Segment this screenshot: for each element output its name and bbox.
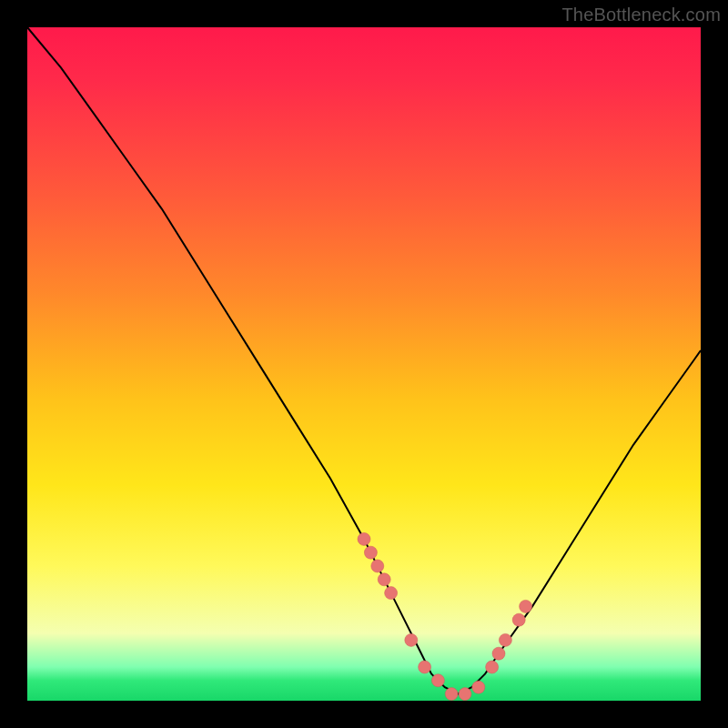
sample-dot: [459, 688, 471, 701]
sample-dot: [405, 633, 418, 646]
sample-dot: [378, 573, 390, 586]
sample-dot: [512, 613, 525, 626]
chart-frame: TheBottleneck.com: [0, 0, 728, 728]
sample-dot: [385, 587, 398, 600]
sample-dot: [364, 546, 377, 559]
plot-area: [27, 27, 701, 701]
sample-dot: [499, 633, 511, 646]
watermark-text: TheBottleneck.com: [561, 5, 721, 25]
sample-dot: [419, 661, 431, 673]
sample-dot: [472, 681, 485, 693]
sample-dot: [492, 647, 505, 660]
bottleneck-curve: [27, 27, 701, 694]
curve-layer: [27, 27, 701, 701]
sample-dots-group: [358, 532, 532, 700]
sample-dot: [445, 688, 458, 701]
sample-dot: [431, 674, 444, 687]
sample-dot: [358, 532, 370, 545]
sample-dot: [371, 560, 384, 572]
sample-dot: [486, 661, 499, 673]
sample-dot: [520, 600, 532, 612]
